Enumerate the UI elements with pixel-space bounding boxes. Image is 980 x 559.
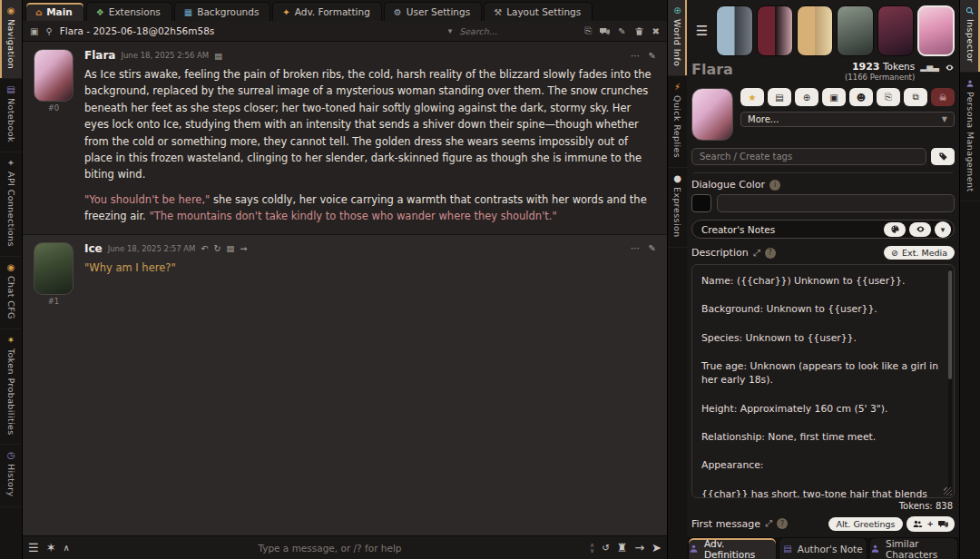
tab-authors-note[interactable]: ▤ Author's Note [779, 537, 867, 559]
send-icon[interactable]: ➤ [652, 542, 662, 554]
swipe-back-icon[interactable]: ↶ [201, 243, 208, 253]
tab-adv-formatting[interactable]: ✦ Adv. Formatting [272, 2, 381, 21]
eye-icon[interactable] [945, 63, 955, 73]
avatar[interactable] [34, 242, 74, 295]
sidebar-item-history[interactable]: ◷ History [0, 445, 22, 507]
more-options-icon[interactable]: ··· [631, 51, 640, 61]
maximize-icon[interactable]: ⤢ [765, 518, 772, 529]
favorite-star-button[interactable]: ★ [740, 88, 764, 106]
character-thumbnail-selected[interactable] [917, 5, 955, 56]
more-dropdown[interactable]: More... ▼ [740, 112, 955, 127]
sidebar-item-chat-cfg[interactable]: ◉ Chat CFG [0, 257, 22, 329]
tab-extensions[interactable]: ❖ Extensions [86, 2, 172, 21]
message-author: Ice [84, 242, 103, 255]
prompt-log-icon[interactable]: ▤ [214, 51, 222, 61]
tab-main[interactable]: ⌂ Main [25, 2, 84, 21]
description-textarea[interactable]: Name: ({{char}}) Unknown to {{user}}. Ba… [691, 264, 955, 498]
message-input[interactable] [77, 543, 583, 554]
dialogue-color-label-row: Dialogue Color i [691, 179, 955, 191]
delete-chat-icon[interactable] [634, 25, 644, 36]
chevron-down-icon[interactable]: ▾ [935, 221, 951, 238]
sidebar-item-inspector[interactable]: Inspector [960, 0, 980, 73]
image-icon: ▦ [184, 7, 192, 17]
manage-chats-icon[interactable] [600, 25, 610, 36]
delete-character-button[interactable]: ☠ [931, 88, 955, 106]
archive-icon[interactable]: ▣ [30, 26, 38, 36]
ext-media-button[interactable]: ⊘ Ext. Media [884, 246, 955, 260]
main-chat-column: ⌂ Main ❖ Extensions ▦ Backgrounds ✦ Adv.… [23, 0, 667, 559]
palette-icon[interactable] [884, 222, 906, 237]
chat-message-list[interactable]: #0 Flara June 18, 2025 2:56 AM ▤ ··· ✎ A… [23, 42, 667, 535]
color-swatch[interactable] [691, 194, 711, 212]
maximize-icon[interactable]: ⤢ [753, 248, 760, 259]
character-avatar[interactable] [691, 88, 733, 141]
character-thumbnail[interactable] [877, 5, 914, 56]
tab-user-settings[interactable]: ⚙ User Settings [384, 2, 482, 21]
regenerate-icon[interactable]: ↻ [213, 243, 220, 253]
ext-media-label: Ext. Media [902, 248, 947, 258]
chat-search-input[interactable] [459, 26, 577, 36]
tab-similar-characters[interactable]: Similar Characters [869, 537, 958, 559]
sidebar-item-quick-replies[interactable]: ⚡ Quick Replies [668, 76, 687, 168]
rook-icon[interactable]: ♜ [617, 542, 628, 554]
token-breakdown-icon[interactable]: ▂▅▃ [920, 63, 939, 73]
sidebar-item-world-info[interactable]: ⊕ World Info [668, 0, 687, 76]
help-icon[interactable]: ? [765, 248, 776, 259]
group-greetings-button[interactable]: ＋ [906, 516, 956, 532]
help-icon[interactable]: ? [777, 518, 788, 529]
character-thumbnail[interactable] [837, 5, 873, 56]
magic-wand-icon[interactable]: ✶ [46, 542, 56, 554]
tab-backgrounds[interactable]: ▦ Backgrounds [174, 2, 271, 21]
tags-search-input[interactable] [691, 148, 926, 165]
edit-message-icon[interactable]: ✎ [649, 51, 656, 61]
emotion-button[interactable]: ☻ [849, 88, 873, 106]
dialogue-color-input[interactable] [717, 194, 955, 212]
character-page-button[interactable]: ▣ [822, 88, 846, 106]
people-icon [913, 519, 923, 529]
rename-chat-icon[interactable]: ✎ [618, 26, 625, 36]
continue-arrow-icon[interactable]: → [240, 243, 247, 253]
sidebar-item-navigation[interactable]: ◉ Navigation [0, 0, 22, 79]
chevron-down-icon[interactable]: ▾ [448, 26, 453, 35]
eye-icon[interactable] [909, 222, 931, 237]
alt-greetings-button[interactable]: Alt. Greetings [828, 517, 902, 531]
more-options-icon[interactable]: ··· [631, 243, 640, 253]
resize-grip[interactable] [944, 487, 952, 495]
continue-arrow-icon[interactable]: → [634, 542, 644, 554]
plug-icon[interactable]: ⚲ [45, 26, 52, 36]
options-menu-icon[interactable]: ☰ [28, 542, 39, 554]
prompt-log-icon[interactable]: ▤ [226, 243, 234, 253]
duplicate-character-button[interactable]: ⧉ [904, 88, 927, 106]
sidebar-item-persona-management[interactable]: Persona Management [960, 73, 980, 202]
sidebar-item-api-connections[interactable]: ✦ API Connections [0, 152, 22, 257]
sidebar-item-token-probabilities[interactable]: ✶ Token Probabilities [0, 329, 22, 446]
sparkle-icon: ✶ [7, 336, 15, 345]
character-thumbnail[interactable] [757, 5, 793, 56]
chevron-up-icon[interactable]: ∧ [64, 544, 70, 553]
world-lore-button[interactable]: ⊕ [795, 88, 818, 106]
avatar[interactable] [34, 49, 74, 102]
info-icon[interactable]: i [769, 180, 780, 191]
sidebar-item-expression[interactable]: ● Expression [668, 168, 687, 248]
close-icon[interactable]: ✖ [652, 26, 660, 36]
character-card-button[interactable]: ▤ [768, 88, 791, 106]
creators-notes-bar[interactable]: Creator's Notes ▾ [691, 220, 955, 239]
undo-icon[interactable]: ↺ [602, 544, 609, 553]
tag-icon-button[interactable] [931, 148, 955, 165]
character-name: Flara [691, 61, 733, 78]
dialogue-color-row [691, 194, 955, 212]
scroll-arrows[interactable]: ∧∨ [590, 543, 594, 554]
tab-layout-settings[interactable]: ⚒ Layout Settings [484, 2, 593, 21]
tab-adv-definitions[interactable]: Adv. Definitions [688, 537, 777, 559]
scrollbar-thumb[interactable] [948, 270, 952, 379]
token-count-block: 1923 Tokens (1166 Permanent) [845, 61, 915, 82]
export-character-button[interactable]: ⎘ [877, 88, 900, 106]
character-list-icon[interactable]: ☰ [691, 23, 712, 39]
magnifier-icon [965, 6, 975, 15]
character-thumbnail[interactable] [797, 5, 833, 56]
character-thumbnail[interactable] [716, 5, 752, 56]
export-chat-icon[interactable]: ⎘ [584, 25, 592, 36]
sidebar-item-notebook[interactable]: ▤ Notebook [0, 79, 22, 152]
character-avatar-tools: ★ ▤ ⊕ ▣ ☻ ⎘ ⧉ ☠ More... ▼ [740, 88, 955, 142]
edit-message-icon[interactable]: ✎ [649, 243, 656, 253]
